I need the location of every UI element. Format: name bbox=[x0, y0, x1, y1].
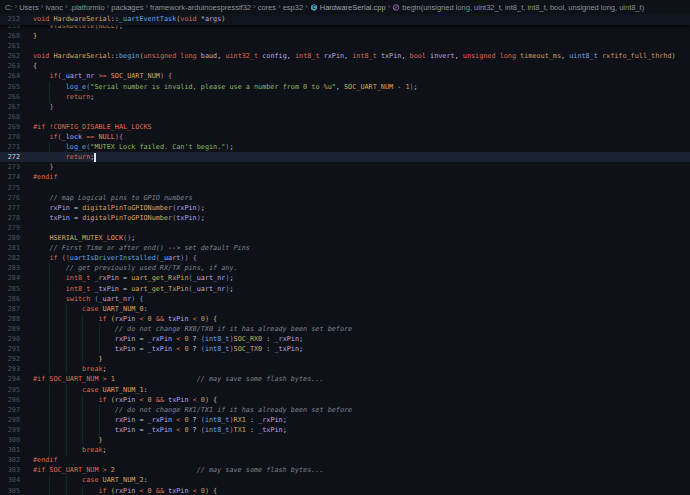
code-line[interactable]: 285 int8_t _txPin = uart_get_TxPin(_uart… bbox=[0, 284, 690, 294]
breadcrumb-item[interactable]: packages bbox=[111, 3, 143, 12]
line-number[interactable]: 289 bbox=[0, 324, 20, 334]
code-line[interactable]: 305 if (rxPin < 0 && txPin < 0) { bbox=[0, 486, 690, 495]
line-number[interactable]: 277 bbox=[0, 203, 20, 213]
code-line[interactable]: 281 // First Time or after end() --> set… bbox=[0, 243, 690, 253]
code-line[interactable]: 263{ bbox=[0, 61, 690, 71]
code-line[interactable]: 296 if (rxPin < 0 && txPin < 0) { bbox=[0, 395, 690, 405]
breadcrumb-item[interactable]: C: bbox=[5, 3, 13, 12]
line-number[interactable]: 263 bbox=[0, 61, 20, 71]
breadcrumb-symbol[interactable]: begin(unsigned long, uint32_t, int8_t, i… bbox=[402, 3, 644, 12]
code-line[interactable]: 269#if !CONFIG_DISABLE_HAL_LOCKS bbox=[0, 122, 690, 132]
code-line[interactable]: 286 switch (_uart_nr) { bbox=[0, 294, 690, 304]
line-number[interactable]: 265 bbox=[0, 82, 20, 92]
line-number[interactable]: 302 bbox=[0, 455, 20, 465]
line-number[interactable]: 295 bbox=[0, 385, 20, 395]
line-number[interactable]: 304 bbox=[0, 475, 20, 485]
line-number[interactable]: 262 bbox=[0, 51, 20, 61]
code-line[interactable]: 271 log_e("MUTEX Lock failed. Can't begi… bbox=[0, 142, 690, 152]
breadcrumb-file[interactable]: HardwareSerial.cpp bbox=[320, 3, 386, 12]
line-number[interactable]: 301 bbox=[0, 445, 20, 455]
code-line[interactable]: 304 case UART_NUM_2: bbox=[0, 475, 690, 485]
line-number[interactable]: 293 bbox=[0, 364, 20, 374]
line-number[interactable]: 297 bbox=[0, 405, 20, 415]
line-number[interactable]: 290 bbox=[0, 334, 20, 344]
line-number[interactable]: 280 bbox=[0, 233, 20, 243]
breadcrumb-item[interactable]: Users bbox=[19, 3, 39, 12]
code-line[interactable]: 276 // map Logical pins to GPIO numbers bbox=[0, 193, 690, 203]
code-line[interactable]: 279 bbox=[0, 223, 690, 233]
line-number[interactable]: 279 bbox=[0, 223, 20, 233]
code-line[interactable]: 283 // get previously used RX/TX pins, i… bbox=[0, 263, 690, 273]
sticky-scroll[interactable]: 212void HardwareSerial::_uartEventTask(v… bbox=[0, 14, 690, 25]
line-number[interactable]: 278 bbox=[0, 213, 20, 223]
code-line[interactable]: 288 if (rxPin < 0 && txPin < 0) { bbox=[0, 314, 690, 324]
line-number[interactable]: 299 bbox=[0, 425, 20, 435]
code-line[interactable]: 297 // do not change RX1/TX1 if it has a… bbox=[0, 405, 690, 415]
code-line[interactable]: 278 txPin = digitalPinToGPIONumber(txPin… bbox=[0, 213, 690, 223]
editor-pane[interactable]: 259 vTaskDelete(NULL);260}261262void Har… bbox=[0, 14, 690, 495]
line-number[interactable]: 261 bbox=[0, 41, 20, 51]
line-number[interactable]: 270 bbox=[0, 132, 20, 142]
sticky-line[interactable]: 212void HardwareSerial::_uartEventTask(v… bbox=[0, 14, 690, 25]
code-line[interactable]: 292 } bbox=[0, 354, 690, 364]
line-number[interactable]: 300 bbox=[0, 435, 20, 445]
code-line[interactable]: 273 } bbox=[0, 162, 690, 172]
line-number[interactable]: 272 bbox=[0, 152, 20, 162]
code-line[interactable]: 270 if(_lock == NULL){ bbox=[0, 132, 690, 142]
line-number[interactable]: 276 bbox=[0, 193, 20, 203]
code-line[interactable]: 289 // do not change RX0/TX0 if it has a… bbox=[0, 324, 690, 334]
line-number[interactable]: 275 bbox=[0, 183, 20, 193]
code-line[interactable]: 272 return; bbox=[0, 152, 690, 162]
code-line[interactable]: 291 txPin = _txPin < 0 ? (int8_t)SOC_TX0… bbox=[0, 344, 690, 354]
line-number[interactable]: 284 bbox=[0, 273, 20, 283]
line-number[interactable]: 292 bbox=[0, 354, 20, 364]
line-number[interactable]: 296 bbox=[0, 395, 20, 405]
code-line[interactable]: 282 if (!uartIsDriverInstalled(_uart)) { bbox=[0, 253, 690, 263]
breadcrumb-item[interactable]: .platformio bbox=[70, 3, 105, 12]
code-line[interactable]: 298 rxPin = _rxPin < 0 ? (int8_t)RX1 : _… bbox=[0, 415, 690, 425]
breadcrumb-item[interactable]: framework-arduinoespressif32 bbox=[150, 3, 251, 12]
code-line[interactable]: 300 } bbox=[0, 435, 690, 445]
line-number[interactable]: 291 bbox=[0, 344, 20, 354]
line-number[interactable]: 264 bbox=[0, 71, 20, 81]
line-number[interactable]: 287 bbox=[0, 304, 20, 314]
code-line[interactable]: 301 break; bbox=[0, 445, 690, 455]
code-line[interactable]: 274#endif bbox=[0, 172, 690, 182]
code-line[interactable]: 268 bbox=[0, 112, 690, 122]
code-line[interactable]: 264 if(_uart_nr >= SOC_UART_NUM) { bbox=[0, 71, 690, 81]
line-number[interactable]: 268 bbox=[0, 112, 20, 122]
line-number[interactable]: 286 bbox=[0, 294, 20, 304]
line-number[interactable]: 212 bbox=[0, 14, 20, 25]
breadcrumb-item[interactable]: cores bbox=[258, 3, 276, 12]
code-line[interactable]: 287 case UART_NUM_0: bbox=[0, 304, 690, 314]
line-number[interactable]: 273 bbox=[0, 162, 20, 172]
code-line[interactable]: 284 int8_t _rxPin = uart_get_RxPin(_uart… bbox=[0, 273, 690, 283]
line-number[interactable]: 269 bbox=[0, 122, 20, 132]
line-number[interactable]: 285 bbox=[0, 284, 20, 294]
code-line[interactable]: 266 return; bbox=[0, 92, 690, 102]
line-number[interactable]: 266 bbox=[0, 92, 20, 102]
code-line[interactable]: 295 case UART_NUM_1: bbox=[0, 385, 690, 395]
line-number[interactable]: 274 bbox=[0, 172, 20, 182]
code-line[interactable]: 280 HSERIAL_MUTEX_LOCK(); bbox=[0, 233, 690, 243]
code-line[interactable]: 260} bbox=[0, 31, 690, 41]
line-number[interactable]: 294 bbox=[0, 374, 20, 384]
code-line[interactable]: 262void HardwareSerial::begin(unsigned l… bbox=[0, 51, 690, 61]
code-line[interactable]: 302#endif bbox=[0, 455, 690, 465]
line-number[interactable]: 260 bbox=[0, 31, 20, 41]
code-line[interactable]: 290 rxPin = _rxPin < 0 ? (int8_t)SOC_RX0… bbox=[0, 334, 690, 344]
line-number[interactable]: 267 bbox=[0, 102, 20, 112]
code-line[interactable]: 275 bbox=[0, 183, 690, 193]
breadcrumb-item[interactable]: ivanc bbox=[45, 3, 63, 12]
code-line[interactable]: 277 rxPin = digitalPinToGPIONumber(rxPin… bbox=[0, 203, 690, 213]
line-number[interactable]: 282 bbox=[0, 253, 20, 263]
code-line[interactable]: 267 } bbox=[0, 102, 690, 112]
code-line[interactable]: 303#if SOC_UART_NUM > 2 // may save some… bbox=[0, 465, 690, 475]
line-number[interactable]: 305 bbox=[0, 486, 20, 495]
line-number[interactable]: 283 bbox=[0, 263, 20, 273]
line-number[interactable]: 298 bbox=[0, 415, 20, 425]
line-number[interactable]: 281 bbox=[0, 243, 20, 253]
code-line[interactable]: 294#if SOC_UART_NUM > 1 // may save some… bbox=[0, 374, 690, 384]
line-number[interactable]: 303 bbox=[0, 465, 20, 475]
code-line[interactable]: 261 bbox=[0, 41, 690, 51]
